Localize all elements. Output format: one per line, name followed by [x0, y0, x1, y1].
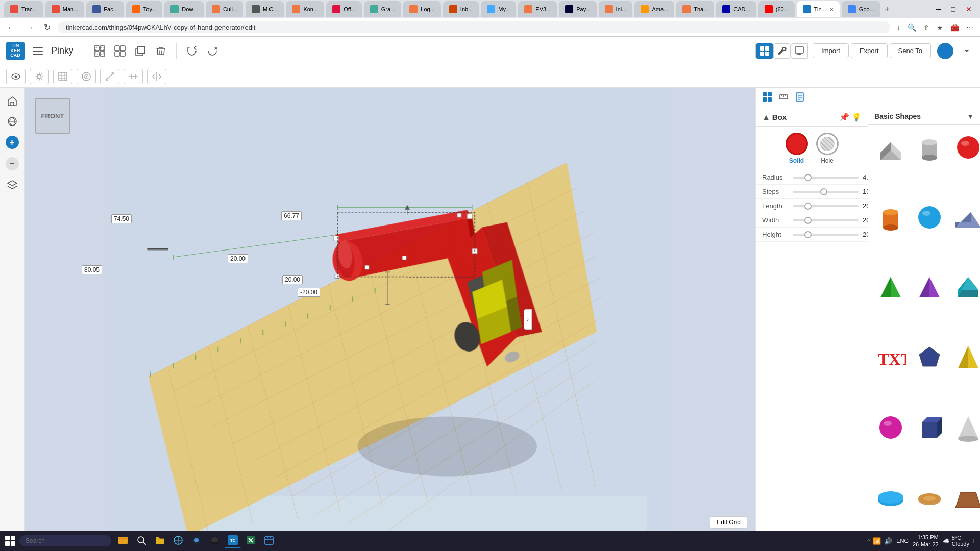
measure-button[interactable] [100, 69, 119, 84]
shape-item-pyramid-green[interactable] [872, 269, 909, 306]
layers-button[interactable] [2, 176, 22, 194]
tab-5[interactable]: Dow... [164, 1, 204, 17]
radius-slider[interactable] [793, 177, 859, 179]
panel-collapse-button[interactable]: › [524, 309, 532, 330]
shape-item-sphere-red[interactable] [950, 129, 980, 166]
show-desktop-button[interactable] [973, 539, 978, 543]
shape-item-pyramid-purple[interactable] [911, 269, 948, 306]
shape-item-sphere-blue[interactable] [911, 199, 948, 236]
user-more-button[interactable] [960, 45, 974, 57]
shape-item-roof-teal[interactable] [950, 269, 980, 306]
shape-item-ball-magenta[interactable] [872, 409, 909, 446]
shape-item-cone-grey[interactable] [950, 409, 980, 446]
tab-7[interactable]: M.C... [246, 1, 284, 17]
add-shape-button[interactable]: + [2, 133, 22, 152]
taskbar-search-input[interactable] [19, 535, 111, 546]
tab-4[interactable]: Toy... [126, 1, 162, 17]
taskbar-explorer[interactable] [114, 533, 132, 549]
tab-13[interactable]: My... [481, 1, 516, 17]
url-input[interactable] [58, 21, 890, 33]
tab-19[interactable]: CAD... [716, 1, 756, 17]
shape-item-cylinder-grey[interactable] [911, 129, 948, 166]
taskbar-excel[interactable] [242, 533, 259, 549]
tab-12[interactable]: Inb... [443, 1, 479, 17]
width-slider[interactable] [793, 219, 859, 221]
taskbar-tinkercad[interactable]: TC [225, 533, 241, 548]
edit-grid-button[interactable]: Edit Grid [710, 516, 747, 529]
height-slider[interactable] [793, 234, 859, 236]
tab-20[interactable]: (60... [758, 1, 795, 17]
grid-view-button[interactable] [756, 43, 773, 59]
taskbar-search[interactable] [133, 533, 150, 549]
tab-16[interactable]: Ini... [599, 1, 633, 17]
shape-item-cylinder-orange[interactable] [872, 199, 909, 236]
home-button[interactable] [2, 92, 22, 110]
duplicate-button[interactable] [131, 43, 150, 59]
back-button[interactable]: ← [4, 22, 18, 33]
tab-18[interactable]: Tha... [676, 1, 714, 17]
tab-6[interactable]: Culi... [206, 1, 243, 17]
eye-view-button[interactable] [6, 69, 26, 84]
tab-22[interactable]: Goo... [842, 1, 880, 17]
refresh-button[interactable]: ↻ [41, 21, 54, 33]
new-tab-button[interactable]: + [883, 4, 892, 15]
taskbar-apps2[interactable] [169, 533, 187, 549]
close-button[interactable]: ✕ [962, 4, 976, 14]
tray-arrow[interactable]: ^ [867, 538, 870, 544]
ungroup-button[interactable] [111, 43, 129, 59]
shape-item-box[interactable] [872, 129, 909, 166]
taskbar-files[interactable] [151, 533, 168, 549]
taskbar-helmet[interactable] [206, 533, 224, 549]
group-button[interactable] [90, 43, 109, 59]
tab-15[interactable]: Pay... [559, 1, 596, 17]
tab-21[interactable]: Tin... ✕ [797, 1, 840, 17]
orbit-button[interactable] [2, 112, 22, 131]
inspector-bulb-button[interactable]: 💡 [851, 112, 862, 122]
tab-10[interactable]: Gra... [364, 1, 402, 17]
wrench-view-button[interactable] [773, 43, 791, 59]
inspector-ruler-btn[interactable] [776, 90, 791, 106]
tab-3[interactable]: Fac... [86, 1, 124, 17]
maximize-button[interactable]: □ [947, 4, 960, 14]
import-button[interactable]: Import [813, 43, 849, 58]
files-view-button[interactable] [791, 43, 808, 59]
mirror-button[interactable] [147, 69, 166, 84]
inspector-grid-view-btn[interactable] [760, 90, 774, 106]
project-name[interactable]: Pinky [51, 45, 74, 56]
redo-button[interactable] [203, 43, 222, 59]
tab-2[interactable]: Man... [45, 1, 85, 17]
viewport[interactable]: FRONT 74.50 66.77 20.00 20.00 -20.00 80.… [24, 88, 755, 551]
snap-button[interactable] [77, 69, 96, 84]
send-to-button[interactable]: Send To [890, 43, 931, 58]
length-slider[interactable] [793, 205, 859, 207]
menu-button[interactable] [29, 43, 47, 59]
tab-17[interactable]: Ama... [634, 1, 674, 17]
undo-button[interactable] [183, 43, 201, 59]
download-button[interactable]: ↓ [894, 22, 903, 33]
cube-front-face[interactable]: FRONT [35, 98, 70, 134]
tab-11[interactable]: Log... [403, 1, 441, 17]
align-button[interactable] [124, 69, 143, 84]
light-button[interactable] [30, 69, 49, 84]
shape-item-torus-brown[interactable] [911, 479, 948, 516]
delete-button[interactable] [152, 43, 170, 59]
tab-14[interactable]: EV3... [518, 1, 557, 17]
tab-1[interactable]: Trac... [4, 1, 43, 17]
inspector-notes-btn[interactable] [793, 90, 807, 106]
shape-item-pentagon-blue[interactable] [911, 339, 948, 375]
tab-9[interactable]: Off... [326, 1, 362, 17]
taskbar-steam[interactable] [188, 533, 205, 549]
shape-item-ellipse-blue[interactable] [872, 479, 909, 516]
inspector-collapse-button[interactable]: ▲ [762, 113, 770, 122]
zoom-button[interactable]: 🔍 [905, 22, 919, 33]
grid-toggle-button[interactable] [53, 69, 72, 84]
user-avatar-button[interactable]: 👤 [935, 41, 955, 61]
start-button[interactable] [2, 533, 18, 549]
shape-item-wedge-blue[interactable] [950, 199, 980, 236]
shape-item-trapezoid[interactable] [950, 479, 980, 516]
shape-item-pyramid-yellow[interactable] [950, 339, 980, 375]
hole-type-button[interactable]: Hole [816, 133, 839, 164]
extensions-button[interactable]: 🧰 [948, 22, 962, 33]
remove-button[interactable]: − [2, 154, 22, 173]
solid-type-button[interactable]: Solid [786, 133, 808, 164]
